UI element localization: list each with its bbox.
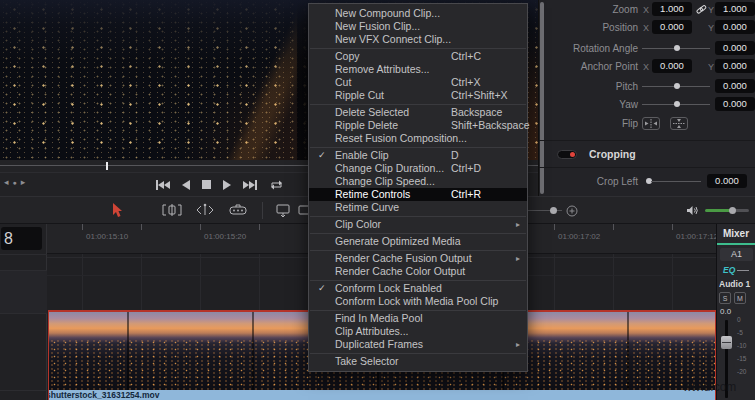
menu-item-shortcut: Ctrl+Shift+X (451, 89, 508, 102)
jog-forward-icon[interactable]: ▸ (21, 177, 30, 187)
menu-item-remove-attributes[interactable]: Remove Attributes... (309, 63, 527, 76)
menu-item-cut[interactable]: CutCtrl+X (309, 76, 527, 89)
submenu-arrow-icon: ▸ (516, 252, 520, 265)
menu-item-change-clip-duration[interactable]: Change Clip Duration...Ctrl+D (309, 162, 527, 175)
loop-icon[interactable] (269, 179, 284, 191)
anchor-x-value[interactable]: 0.000 (652, 59, 692, 73)
menu-item-clip-color[interactable]: Clip Color▸ (309, 218, 527, 231)
menu-item-new-compound-clip[interactable]: New Compound Clip... (309, 7, 527, 20)
menu-item-label: Change Clip Speed... (335, 175, 435, 187)
menu-item-enable-clip[interactable]: ✓Enable ClipD (309, 149, 527, 162)
mute-button[interactable]: M (734, 292, 746, 304)
rotation-slider-handle[interactable] (674, 45, 680, 51)
pitch-value[interactable]: 0.000 (715, 79, 755, 93)
skip-back-button[interactable] (156, 180, 170, 190)
solo-button[interactable]: S (719, 292, 731, 304)
jog-dot-icon[interactable]: ● (13, 179, 21, 186)
channel-a1-chip[interactable]: A1 (720, 248, 753, 261)
pitch-slider-handle[interactable] (674, 83, 680, 89)
flip-label: Flip (539, 118, 638, 129)
selection-mode-cursor-icon[interactable] (110, 203, 124, 218)
menu-item-new-fusion-clip[interactable]: New Fusion Clip... (309, 20, 527, 33)
inspector-divider (539, 140, 755, 141)
step-back-button[interactable] (182, 180, 190, 190)
link-icon[interactable] (696, 4, 707, 15)
volume-slider-handle[interactable] (729, 207, 736, 214)
eq-label[interactable]: EQ (723, 265, 735, 275)
scrubber-playhead[interactable] (106, 162, 108, 170)
play-button[interactable] (223, 180, 231, 190)
menu-item-label: Duplicated Frames (335, 338, 423, 350)
insert-clip-icon[interactable] (274, 203, 292, 218)
track-header-divider (0, 313, 47, 314)
ruler-tick (82, 224, 83, 230)
menu-item-new-vfx-connect-clip[interactable]: New VFX Connect Clip... (309, 33, 527, 46)
menu-item-label: Render Cache Fusion Output (335, 252, 472, 264)
dynamic-trim-mode-icon[interactable] (195, 203, 215, 217)
menu-item-find-in-media-pool[interactable]: Find In Media Pool (309, 312, 527, 325)
crop-left-slider[interactable] (651, 181, 701, 182)
menu-item-retime-controls[interactable]: Retime ControlsCtrl+R (309, 188, 527, 201)
mixer-tab[interactable]: Mixer (717, 228, 755, 239)
db-scale-label: -10 (737, 342, 746, 349)
crop-left-value[interactable]: 0.000 (707, 174, 747, 188)
menu-item-reset-fusion-composition[interactable]: Reset Fusion Composition... (309, 132, 527, 145)
menu-item-label: Remove Attributes... (335, 63, 430, 75)
clip-context-menu: New Compound Clip...New Fusion Clip...Ne… (308, 3, 528, 372)
menu-item-retime-curve[interactable]: Retime Curve (309, 201, 527, 214)
watermark: wtvid.com (683, 380, 736, 394)
jog-back-icon[interactable]: ◂ (4, 177, 13, 187)
position-x-axis-label: X (643, 23, 649, 33)
cropping-toggle[interactable] (557, 150, 577, 159)
anchor-y-value[interactable]: 0.000 (715, 59, 755, 73)
position-y-value[interactable]: 0.000 (715, 20, 755, 34)
volume-speaker-icon[interactable] (686, 205, 699, 216)
menu-item-ripple-delete[interactable]: Ripple DeleteShift+Backspace (309, 119, 527, 132)
skip-forward-button[interactable] (243, 180, 257, 190)
fader-handle[interactable] (721, 336, 732, 349)
ruler-timecode-label: 01:00:17:02 (558, 232, 600, 241)
jog-controls[interactable]: ◂●▸ (4, 177, 29, 187)
clip-name-bar[interactable]: shutterstock_31631254.mov (49, 390, 715, 400)
stop-button[interactable] (202, 180, 211, 189)
track-header-band[interactable] (0, 271, 47, 313)
flip-vertical-icon[interactable] (670, 117, 688, 130)
menu-item-conform-lock-enabled[interactable]: ✓Conform Lock Enabled (309, 282, 527, 295)
mixer-panel: Mixer A1 EQ Audio 1 S M 0.0 0-5-10-15-20 (716, 224, 755, 400)
timeline-zoom-slider-handle[interactable] (550, 207, 557, 214)
ruler-tick (141, 224, 142, 230)
zoom-fit-icon[interactable] (566, 205, 578, 217)
menu-item-clip-attributes[interactable]: Clip Attributes... (309, 325, 527, 338)
cropping-label: Cropping (589, 148, 636, 160)
menu-item-duplicated-frames[interactable]: Duplicated Frames▸ (309, 338, 527, 351)
menu-item-ripple-cut[interactable]: Ripple CutCtrl+Shift+X (309, 89, 527, 102)
submenu-arrow-icon: ▸ (516, 338, 520, 351)
menu-separator (310, 233, 526, 234)
zoom-y-value[interactable]: 1.000 (715, 2, 755, 16)
crop-left-label: Crop Left (539, 176, 638, 187)
zoom-x-value[interactable]: 1.000 (652, 2, 692, 16)
menu-item-delete-selected[interactable]: Delete SelectedBackspace (309, 106, 527, 119)
menu-separator (310, 250, 526, 251)
zoom-x-axis-label: X (643, 5, 649, 15)
menu-item-render-cache-fusion-output[interactable]: Render Cache Fusion Output▸ (309, 252, 527, 265)
yaw-value[interactable]: 0.000 (715, 97, 755, 111)
menu-item-render-cache-color-output[interactable]: Render Cache Color Output (309, 265, 527, 278)
trim-edit-mode-icon[interactable] (162, 203, 182, 217)
razor-edit-mode-icon[interactable] (228, 203, 248, 217)
flip-horizontal-icon[interactable] (642, 117, 660, 130)
menu-item-conform-lock-with-media-pool-clip[interactable]: Conform Lock with Media Pool Clip (309, 295, 527, 308)
ruler-tick (259, 224, 260, 230)
menu-item-label: Find In Media Pool (335, 312, 423, 324)
menu-separator (310, 310, 526, 311)
menu-item-take-selector[interactable]: Take Selector (309, 355, 527, 368)
ruler-timecode-label: 01:00:15:20 (204, 232, 246, 241)
menu-item-generate-optimized-media[interactable]: Generate Optimized Media (309, 235, 527, 248)
menu-item-change-clip-speed[interactable]: Change Clip Speed... (309, 175, 527, 188)
menu-item-shortcut: Ctrl+X (451, 76, 480, 89)
cropping-section-header[interactable]: Cropping (539, 146, 755, 164)
menu-item-copy[interactable]: CopyCtrl+C (309, 50, 527, 63)
rotation-value[interactable]: 0.000 (715, 41, 755, 55)
position-x-value[interactable]: 0.000 (652, 20, 692, 34)
yaw-slider-handle[interactable] (674, 101, 680, 107)
